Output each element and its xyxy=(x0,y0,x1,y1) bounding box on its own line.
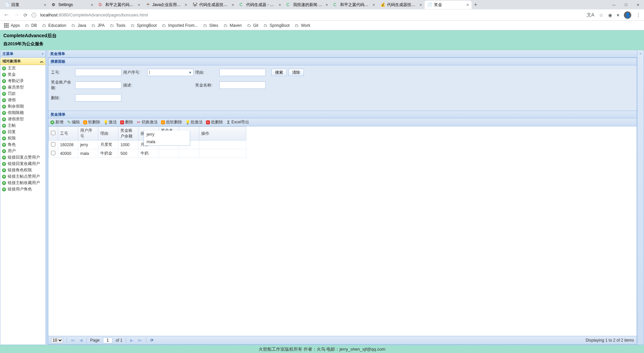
maximize-button[interactable]: ☐ xyxy=(620,0,632,9)
forward-button[interactable]: → xyxy=(13,11,19,18)
softdel-button[interactable]: −软删除 xyxy=(83,119,100,125)
close-icon[interactable]: × xyxy=(419,2,422,7)
prev-page-button[interactable]: ◀ xyxy=(79,338,83,343)
sidebar-item[interactable]: +考勤记录 xyxy=(0,78,46,84)
close-icon[interactable]: × xyxy=(91,2,93,7)
search-button[interactable]: 搜索 xyxy=(271,69,287,76)
next-page-button[interactable]: ▶ xyxy=(129,338,134,343)
browser-tab-4[interactable]: 🐼代码生成器技术系…× xyxy=(190,1,237,9)
batchactivate-button[interactable]: 💡批激活 xyxy=(185,119,203,125)
refresh-button[interactable]: ⟳ xyxy=(150,338,154,343)
browser-tab-2[interactable]: G和平之翼代码生成…× xyxy=(96,1,143,9)
shield-icon[interactable]: ▾ xyxy=(617,12,619,18)
jjzhye-input[interactable] xyxy=(75,81,121,89)
row-checkbox[interactable] xyxy=(51,142,55,146)
sidebar-section-header[interactable]: 域对象清单︽ xyxy=(0,58,46,65)
collapse-icon[interactable]: « xyxy=(42,52,44,56)
minimize-button[interactable]: — xyxy=(608,0,620,9)
sidebar-item[interactable]: +奖金 xyxy=(0,71,46,78)
close-icon[interactable]: × xyxy=(231,2,234,7)
site-info-icon[interactable]: i xyxy=(32,13,36,17)
sidebar-item[interactable]: +链接角色权限 xyxy=(0,167,46,173)
translate-icon[interactable]: 文A xyxy=(587,12,594,18)
page-input[interactable] xyxy=(103,337,112,343)
sidebar-item[interactable]: +角色 xyxy=(0,141,46,148)
col-gh[interactable]: 工号 xyxy=(58,127,78,140)
col-jjzhye[interactable]: 奖金账户余额 xyxy=(118,127,139,140)
col-cz[interactable]: 操作 xyxy=(199,127,246,140)
star-icon[interactable]: ☆ xyxy=(599,12,603,18)
sc-input[interactable] xyxy=(75,94,121,102)
close-icon[interactable]: × xyxy=(466,2,469,7)
col-yhxh[interactable]: 用户序号 xyxy=(78,127,98,140)
export-button[interactable]: ΣExcel导出 xyxy=(226,119,249,125)
dropdown-option[interactable]: mala xyxy=(144,138,190,145)
back-button[interactable]: ← xyxy=(3,11,9,18)
sidebar-item[interactable]: +主页 xyxy=(0,65,46,71)
sidebar-item[interactable]: +链接回复收藏用户 xyxy=(0,161,46,167)
apps-button[interactable]: Apps xyxy=(4,23,20,28)
close-icon[interactable]: × xyxy=(325,2,328,7)
sidebar-item[interactable]: +主帖 xyxy=(0,122,46,129)
clear-button[interactable]: 清除 xyxy=(288,69,304,76)
browser-tab-9[interactable]: 📄奖金× xyxy=(425,1,472,9)
browser-tab-8[interactable]: 💰代码生成器技术系…× xyxy=(378,1,425,9)
close-icon[interactable]: × xyxy=(278,2,281,7)
table-row[interactable]: 40000 mala 牛奶金 500 牛奶 xyxy=(49,149,246,158)
reload-button[interactable]: ⟳ xyxy=(23,12,28,18)
browser-tab-7[interactable]: C和平之翼代码生成…× xyxy=(331,1,378,9)
browser-tab-3[interactable]: ☕Java企业应用论坛…× xyxy=(143,1,190,9)
del-button[interactable]: −删除 xyxy=(120,119,133,125)
add-button[interactable]: +新增 xyxy=(50,119,63,125)
browser-tab-5[interactable]: C代码生成器 - MS…× xyxy=(237,1,284,9)
browser-tab-1[interactable]: ⚙Settings× xyxy=(49,1,96,9)
browser-tab-6[interactable]: C我投递的新闻 - N…× xyxy=(284,1,331,9)
col-ly[interactable]: 理由 xyxy=(98,127,118,140)
edit-button[interactable]: ✎编辑 xyxy=(67,119,80,125)
close-icon[interactable]: × xyxy=(184,2,187,7)
url-field[interactable]: localhost:8080/CompleteAdvanced/pages/bo… xyxy=(40,12,583,17)
bookmark-folder[interactable]: 🗀Maven xyxy=(224,23,242,28)
sidebar-item[interactable]: +链接用户角色 xyxy=(0,186,46,192)
gh-input[interactable] xyxy=(75,69,121,76)
menu-icon[interactable]: ⋮ xyxy=(636,12,641,18)
pagesize-select[interactable]: 10 xyxy=(51,337,63,343)
row-checkbox[interactable] xyxy=(51,151,55,155)
sidebar-item[interactable]: +用户 xyxy=(0,148,46,154)
sidebar-item[interactable]: +请假 xyxy=(0,97,46,103)
last-page-button[interactable]: ⏭ xyxy=(137,338,143,343)
yhxh-combo[interactable]: ▼ xyxy=(147,69,194,76)
bookmark-folder[interactable]: 🗀Education xyxy=(42,23,66,28)
bookmark-folder[interactable]: 🗀JPA xyxy=(92,23,105,28)
sidebar-item[interactable]: +链接主帖点赞用户 xyxy=(0,173,46,180)
profile-avatar[interactable]: 👤 xyxy=(624,11,631,19)
east-panel-collapsed[interactable]: » xyxy=(637,50,644,345)
bookmark-folder[interactable]: 🗀Java xyxy=(71,23,86,28)
bookmark-folder[interactable]: 🗀Imported From... xyxy=(162,23,198,28)
batchdel-button[interactable]: −批删除 xyxy=(206,119,223,125)
extension-icon[interactable]: ◉ xyxy=(608,12,612,18)
bookmark-folder[interactable]: 🗀Git xyxy=(247,23,258,28)
batchsoftdel-button[interactable]: −批软删除 xyxy=(161,119,182,125)
bookmark-folder[interactable]: 🗀Tools xyxy=(110,23,125,28)
sidebar-item[interactable]: +权限 xyxy=(0,135,46,141)
sidebar-item[interactable]: +链接回复点赞用户 xyxy=(0,154,46,161)
sidebar-item[interactable]: +假期限额 xyxy=(0,110,46,116)
sidebar-item[interactable]: +剩余假期 xyxy=(0,103,46,110)
activate-button[interactable]: 💡激活 xyxy=(104,119,117,125)
sidebar-item[interactable]: +罚款 xyxy=(0,91,46,97)
sidebar-item[interactable]: +链接主帖收藏用户 xyxy=(0,180,46,186)
close-icon[interactable]: × xyxy=(138,2,140,7)
close-window-button[interactable]: ✕ xyxy=(632,0,644,9)
jjmc-input[interactable] xyxy=(219,81,266,89)
bookmark-folder[interactable]: 🗀Sites xyxy=(203,23,218,28)
first-page-button[interactable]: ⏮ xyxy=(70,338,75,343)
toggle-button[interactable]: ✂切换激活 xyxy=(137,119,158,125)
browser-tab-0[interactable]: 📄回复× xyxy=(2,1,49,9)
close-icon[interactable]: × xyxy=(44,2,46,7)
bookmark-folder[interactable]: 🗀DB xyxy=(25,23,37,28)
close-icon[interactable]: × xyxy=(372,2,375,7)
ly-input[interactable] xyxy=(219,69,266,76)
bookmark-folder[interactable]: 🗀SpringBoot xyxy=(264,23,289,28)
sidebar-item[interactable]: +回复 xyxy=(0,129,46,135)
